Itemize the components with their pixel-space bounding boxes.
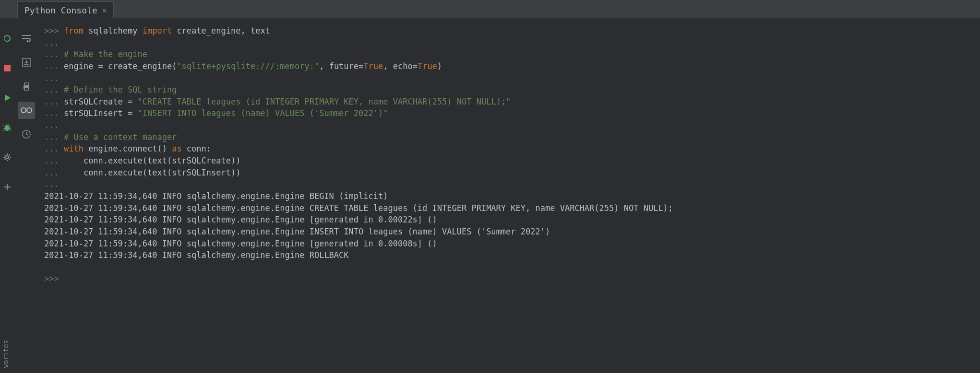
debug-button[interactable] — [0, 119, 16, 136]
code-line: ... # Make the engine — [44, 48, 976, 60]
tab-python-console[interactable]: Python Console ✕ — [17, 1, 114, 19]
svg-point-8 — [27, 108, 32, 113]
code-line: ... — [44, 37, 976, 49]
svg-rect-5 — [24, 83, 28, 85]
code-line: ... with engine.connect() as conn: — [44, 143, 976, 155]
bug-icon — [2, 123, 12, 132]
svg-rect-6 — [24, 88, 28, 90]
prompt-line[interactable]: >>> — [44, 273, 976, 285]
svg-point-2 — [6, 156, 9, 159]
run-button[interactable] — [0, 89, 16, 106]
console-output[interactable]: >>> from sqlalchemy import create_engine… — [38, 18, 980, 373]
soft-wrap-button[interactable] — [18, 30, 35, 47]
left-toolbar — [0, 18, 14, 373]
tab-bar: Python Console ✕ — [0, 0, 980, 18]
history-button[interactable] — [18, 126, 35, 143]
stop-button[interactable] — [0, 59, 16, 77]
output-line: 2021-10-27 11:59:34,640 INFO sqlalchemy.… — [44, 190, 976, 202]
output-line: 2021-10-27 11:59:34,640 INFO sqlalchemy.… — [44, 249, 976, 261]
code-line: ... # Use a context manager — [44, 131, 976, 143]
code-line: ... strSQLCreate = "CREATE TABLE leagues… — [44, 96, 976, 108]
svg-point-1 — [5, 125, 10, 131]
output-line: 2021-10-27 11:59:34,640 INFO sqlalchemy.… — [44, 214, 976, 226]
svg-rect-0 — [4, 65, 11, 71]
prompt: >>> — [44, 26, 64, 35]
code-line — [44, 261, 976, 273]
code-line: ... — [44, 119, 976, 131]
gear-icon — [2, 152, 12, 162]
code-line: ... — [44, 178, 976, 190]
code-line: ... — [44, 72, 976, 84]
output-line: 2021-10-27 11:59:34,640 INFO sqlalchemy.… — [44, 202, 976, 214]
sidebar-vertical-label[interactable]: vorites — [2, 340, 10, 368]
stop-icon — [3, 64, 12, 72]
output-line: 2021-10-27 11:59:34,640 INFO sqlalchemy.… — [44, 226, 976, 238]
code-line: ... # Define the SQL string — [44, 84, 976, 96]
main-area: >>> from sqlalchemy import create_engine… — [0, 18, 980, 373]
close-icon[interactable]: ✕ — [102, 6, 107, 15]
play-icon — [3, 93, 12, 102]
wrap-icon — [21, 34, 32, 43]
add-button[interactable] — [0, 178, 16, 196]
code-line: ... conn.execute(text(strSQLCreate)) — [44, 155, 976, 167]
print-button[interactable] — [18, 78, 35, 95]
output-line: 2021-10-27 11:59:34,640 INFO sqlalchemy.… — [44, 238, 976, 250]
plus-icon — [3, 183, 12, 191]
code-line: ... conn.execute(text(strSQLInsert)) — [44, 167, 976, 179]
tab-label: Python Console — [24, 5, 97, 15]
svg-point-7 — [21, 108, 26, 113]
prompt: >>> — [44, 274, 64, 283]
show-variables-button[interactable] — [18, 102, 35, 119]
code-line: ... engine = create_engine("sqlite+pysql… — [44, 60, 976, 72]
scroll-end-icon — [22, 58, 31, 67]
code-line: ... strSQLInsert = "INSERT INTO leagues … — [44, 107, 976, 119]
console-toolbar — [14, 18, 38, 373]
settings-button[interactable] — [0, 149, 16, 166]
glasses-icon — [21, 106, 32, 114]
rerun-button[interactable] — [0, 30, 16, 47]
print-icon — [22, 82, 31, 91]
scroll-to-end-button[interactable] — [18, 54, 35, 71]
rerun-icon — [2, 34, 12, 43]
history-icon — [22, 129, 31, 139]
code-line: >>> from sqlalchemy import create_engine… — [44, 25, 976, 37]
